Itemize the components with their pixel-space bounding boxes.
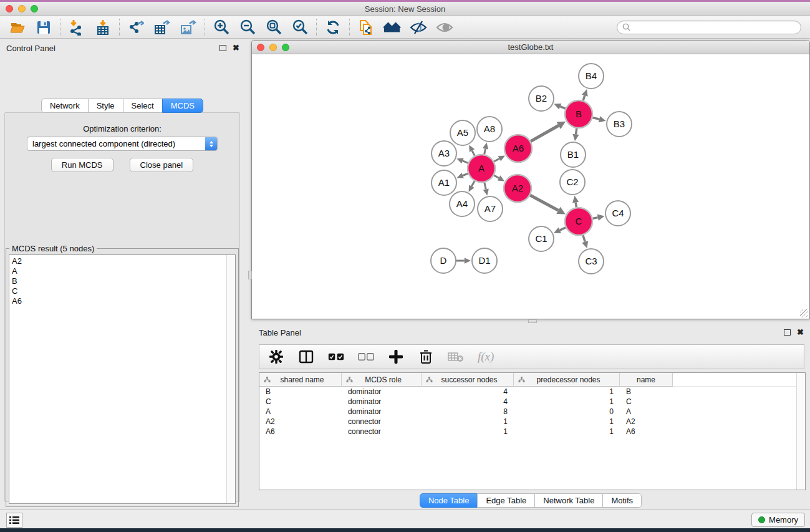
tab-network-table[interactable]: Network Table (534, 493, 603, 508)
graph-edge-A-A7[interactable] (485, 182, 486, 189)
table-row[interactable]: Bdominator41B (259, 387, 796, 397)
graph-edge-A-A5[interactable] (472, 150, 475, 155)
graph-node-B1[interactable]: B1 (561, 142, 586, 167)
export-table-icon[interactable] (153, 19, 171, 36)
network-canvas[interactable]: B4B2BB3A5A8A6A3B1AA1C2A2A4A7C4CC1C3DD1 (253, 55, 809, 318)
graph-edge-A-A4[interactable] (471, 181, 475, 186)
split-divider-grip[interactable] (528, 319, 537, 323)
save-session-icon[interactable] (35, 19, 52, 36)
graph-node-C2[interactable]: C2 (560, 170, 585, 195)
zoom-fit-icon[interactable] (265, 19, 282, 36)
table-row[interactable]: A6connector11A6 (259, 427, 796, 437)
graph-edge-A6-B[interactable] (531, 125, 559, 141)
graph-node-C3[interactable]: C3 (579, 249, 604, 274)
graph-edge-C-C1[interactable] (560, 228, 566, 230)
table-row[interactable]: Adominator80A (259, 407, 796, 417)
graph-edge-C-C3[interactable] (583, 235, 585, 242)
table-row[interactable]: A2connector11A2 (259, 417, 796, 427)
column-header-predecessor-nodes[interactable]: predecessor nodes (514, 373, 620, 387)
window-resize-grip[interactable] (800, 309, 808, 317)
open-session-icon[interactable] (9, 19, 26, 36)
graph-edge-B-B4[interactable] (583, 95, 585, 100)
table-row[interactable]: Cdominator41C (259, 397, 796, 407)
deselect-all-checkboxes-icon[interactable] (358, 349, 374, 365)
graph-node-A2[interactable]: A2 (504, 175, 531, 202)
zoom-in-icon[interactable] (213, 19, 230, 36)
zoom-selected-icon[interactable] (291, 19, 309, 36)
graph-node-A[interactable]: A (468, 155, 495, 182)
refresh-icon[interactable] (324, 19, 342, 36)
close-panel-icon[interactable]: ✖ (797, 329, 804, 336)
function-builder-icon[interactable]: f(x) (478, 350, 494, 364)
graph-node-A6[interactable]: A6 (504, 135, 532, 162)
list-item[interactable]: A2 (12, 256, 226, 266)
column-header-shared-name[interactable]: shared name (259, 373, 342, 387)
graph-edge-A2-C[interactable] (530, 195, 558, 210)
graph-node-A8[interactable]: A8 (477, 117, 502, 142)
delete-table-icon[interactable] (448, 349, 464, 365)
float-panel-icon[interactable] (784, 329, 791, 336)
graph-node-B4[interactable]: B4 (579, 64, 604, 89)
graph-node-B3[interactable]: B3 (607, 112, 632, 137)
list-item[interactable]: C (12, 286, 226, 296)
delete-column-icon[interactable] (418, 349, 434, 365)
graph-node-C1[interactable]: C1 (529, 226, 554, 251)
task-history-button[interactable] (6, 513, 22, 528)
graph-edge-C-C4[interactable] (593, 218, 598, 219)
show-panel-eye-icon[interactable] (436, 19, 453, 36)
graph-edge-A-A3[interactable] (463, 161, 468, 163)
graph-edge-A-A1[interactable] (463, 173, 468, 175)
tab-edge-table[interactable]: Edge Table (477, 493, 535, 508)
graph-edge-A-A2[interactable] (494, 175, 499, 178)
zoom-out-icon[interactable] (239, 19, 256, 36)
import-table-icon[interactable] (94, 19, 112, 36)
table-settings-gear-icon[interactable] (268, 349, 284, 365)
graph-node-C4[interactable]: C4 (605, 201, 630, 226)
graph-node-D[interactable]: D (431, 248, 456, 273)
export-network-icon[interactable] (127, 19, 145, 36)
graph-edge-B-B2[interactable] (560, 107, 565, 109)
graph-node-B[interactable]: B (565, 100, 592, 128)
float-panel-icon[interactable] (219, 45, 226, 51)
tab-select[interactable]: Select (123, 99, 163, 113)
graph-edge-B-B3[interactable] (592, 117, 599, 119)
tab-mcds[interactable]: MCDS (162, 99, 203, 113)
list-item[interactable]: A6 (12, 296, 226, 306)
column-header-successor-nodes[interactable]: successor nodes (422, 373, 514, 387)
column-header-name[interactable]: name (620, 373, 673, 387)
tab-style[interactable]: Style (88, 99, 123, 113)
hide-panel-eye-icon[interactable] (410, 19, 427, 36)
export-image-icon[interactable] (180, 19, 197, 36)
memory-button[interactable]: Memory (751, 513, 805, 527)
graph-node-A5[interactable]: A5 (450, 120, 475, 145)
duplicate-network-icon[interactable] (357, 19, 375, 36)
graph-node-B2[interactable]: B2 (529, 86, 554, 111)
run-mcds-button[interactable]: Run MCDS (51, 158, 113, 172)
list-item[interactable]: A (12, 266, 226, 276)
select-all-checkboxes-icon[interactable] (328, 349, 344, 365)
graph-node-A1[interactable]: A1 (432, 170, 456, 195)
graph-edge-A-A6[interactable] (494, 158, 499, 162)
column-layout-icon[interactable] (298, 349, 314, 365)
graph-node-A4[interactable]: A4 (450, 191, 475, 216)
add-column-icon[interactable] (388, 349, 404, 365)
graph-node-A7[interactable]: A7 (478, 196, 503, 221)
graph-node-D1[interactable]: D1 (472, 248, 497, 273)
scrollbar[interactable] (226, 255, 235, 503)
optimization-criterion-select[interactable]: largest connected component (directed) (27, 137, 218, 151)
graph-node-A3[interactable]: A3 (432, 141, 456, 166)
network-window-titlebar[interactable]: testGlobe.txt (252, 41, 809, 54)
tab-node-table[interactable]: Node Table (420, 493, 478, 508)
list-item[interactable]: B (12, 276, 226, 286)
graph-edge-C-C2[interactable] (576, 202, 576, 207)
search-input[interactable] (633, 23, 796, 32)
split-divider-grip[interactable] (248, 271, 252, 279)
close-panel-button[interactable]: Close panel (130, 158, 194, 172)
graph-edge-B-B1[interactable] (576, 128, 577, 135)
tab-motifs[interactable]: Motifs (602, 493, 642, 508)
graph-node-C[interactable]: C (565, 208, 592, 235)
home-icon[interactable] (383, 19, 401, 36)
scrollbar[interactable] (796, 373, 805, 490)
close-panel-icon[interactable]: ✖ (233, 45, 239, 51)
tab-network[interactable]: Network (41, 99, 89, 113)
